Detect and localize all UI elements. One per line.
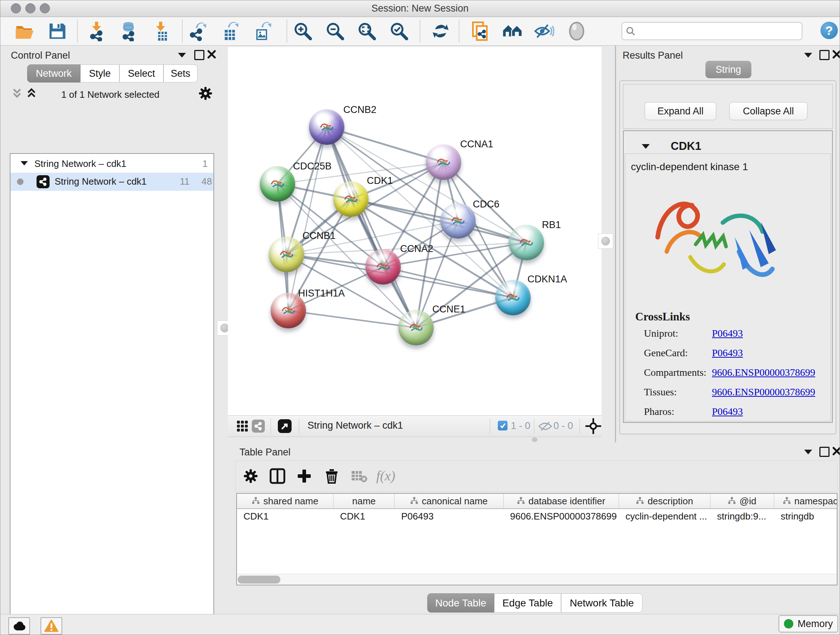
selected-count-checkbox[interactable]	[498, 421, 508, 431]
collapse-all-button[interactable]: Collapse All	[729, 102, 807, 120]
node-label-CCNB1: CCNB1	[302, 230, 336, 241]
table-hscrollbar[interactable]	[237, 574, 837, 585]
tab-edge-table[interactable]: Edge Table	[494, 593, 561, 613]
table-cell[interactable]: CDK1	[333, 509, 395, 524]
export-image-button[interactable]	[252, 21, 273, 42]
node-label-RB1: RB1	[542, 219, 561, 231]
table-cell[interactable]: P06493	[395, 509, 504, 524]
string-view-badge-icon[interactable]	[252, 420, 265, 432]
crosslink-link[interactable]: 9606.ENSP00000378699	[712, 386, 815, 398]
tab-network-table[interactable]: Network Table	[561, 593, 643, 613]
node-CDC25B[interactable]	[260, 166, 295, 202]
node-CDC6[interactable]	[440, 203, 476, 239]
zoom-selected-button[interactable]	[388, 21, 409, 42]
export-network-button[interactable]	[188, 21, 209, 42]
import-network-database-button[interactable]	[118, 21, 139, 42]
expand-all-networks-icon[interactable]	[11, 88, 22, 99]
network-canvas[interactable]: CCNB2CCNA1CDC25BCDK1CDC6RB1CCNB1CCNA2CDK…	[228, 47, 602, 415]
table-cell[interactable]: 9606.ENSP00000378699	[504, 509, 619, 524]
houses-icon	[502, 21, 523, 42]
expand-all-button[interactable]: Expand All	[645, 102, 716, 120]
zoom-out-button[interactable]	[325, 21, 346, 42]
column-header-shared-name[interactable]: shared name	[237, 494, 333, 508]
node-table[interactable]: shared namenamecanonical namedatabase id…	[236, 493, 837, 585]
table-cell[interactable]: stringdb:9...	[711, 509, 774, 524]
show-all-button[interactable]	[566, 21, 587, 42]
tab-network[interactable]: Network	[27, 65, 80, 82]
table-cell[interactable]: stringdb	[774, 509, 837, 524]
save-session-button[interactable]	[47, 21, 68, 42]
grid-view-icon[interactable]	[237, 420, 248, 432]
hide-selection-button[interactable]	[534, 21, 554, 42]
open-session-button[interactable]	[14, 21, 35, 42]
panel-close-icon[interactable]	[832, 447, 840, 456]
collection-disclosure-icon[interactable]	[21, 161, 28, 165]
node-CDKN1A[interactable]	[495, 280, 531, 315]
table-cell[interactable]: cyclin-dependent ...	[619, 509, 711, 524]
gene-disclosure-icon[interactable]	[642, 144, 650, 149]
crosslink-link[interactable]: 9606.ENSP00000378699	[712, 367, 815, 378]
panel-close-icon[interactable]	[207, 50, 216, 59]
column-header-description[interactable]: description	[619, 494, 711, 508]
show-columns-button[interactable]	[268, 467, 286, 485]
tab-node-table[interactable]: Node Table	[427, 593, 494, 613]
panel-float-icon[interactable]	[194, 50, 204, 60]
import-table-file-button[interactable]	[150, 21, 171, 42]
delete-column-button[interactable]	[323, 467, 341, 485]
node-CCNB1[interactable]	[269, 237, 304, 272]
panel-close-icon[interactable]	[832, 50, 840, 59]
node-CCNA2[interactable]	[365, 249, 401, 285]
first-neighbors-button[interactable]	[502, 21, 523, 42]
column-header--id[interactable]: @id	[711, 494, 774, 508]
node-CCNA1[interactable]	[426, 144, 461, 180]
fit-content-crosshair-icon[interactable]	[585, 418, 601, 434]
node-CCNE1[interactable]	[398, 310, 434, 345]
horizontal-splitter-handle[interactable]	[532, 437, 538, 442]
panel-menu-icon[interactable]	[804, 53, 812, 57]
panel-menu-icon[interactable]	[804, 450, 812, 454]
table-panel-title: Table Panel	[240, 447, 291, 458]
crosslink-link[interactable]: P06493	[712, 328, 743, 339]
import-network-file-button[interactable]	[86, 21, 107, 42]
network-row-selected[interactable]: String Network – cdk1 11 48	[11, 173, 213, 191]
create-network-from-selection-button[interactable]	[471, 21, 492, 42]
node-CCNB2[interactable]	[309, 109, 344, 145]
crosslink-link[interactable]: P06493	[712, 347, 743, 359]
export-table-button[interactable]	[220, 21, 241, 42]
apply-layout-button[interactable]	[430, 21, 451, 42]
panel-menu-icon[interactable]	[178, 53, 186, 57]
zoom-in-button[interactable]	[292, 21, 313, 42]
node-RB1[interactable]	[508, 225, 544, 260]
help-button[interactable]: ?	[821, 22, 838, 39]
network-options-gear-icon[interactable]	[198, 86, 213, 101]
memory-button[interactable]: Memory	[778, 615, 838, 632]
cloud-status-button[interactable]	[8, 617, 30, 635]
tab-style[interactable]: Style	[80, 65, 119, 82]
results-tab-string[interactable]: String	[706, 61, 752, 78]
crosslink-link[interactable]: P06493	[712, 406, 743, 417]
warnings-button[interactable]	[41, 617, 62, 635]
zoom-fit-button[interactable]	[356, 21, 377, 42]
collapse-all-networks-icon[interactable]	[26, 88, 37, 99]
tab-select[interactable]: Select	[119, 65, 164, 82]
column-header-canonical-name[interactable]: canonical name	[395, 494, 504, 508]
tab-sets[interactable]: Sets	[164, 65, 197, 82]
table-settings-button[interactable]	[242, 467, 260, 485]
node-CDK1[interactable]	[333, 181, 369, 217]
panel-float-icon[interactable]	[819, 447, 829, 457]
search-input[interactable]	[638, 24, 799, 37]
edge-CCNB2-CCNA1[interactable]	[327, 127, 444, 162]
node-label-CCNB2: CCNB2	[343, 104, 377, 116]
birdseye-view-icon[interactable]	[278, 419, 292, 433]
edge-HIST1H1A-CCNE1[interactable]	[288, 310, 416, 328]
column-header-name[interactable]: name	[333, 494, 395, 508]
edge-CDK1-RB1[interactable]	[351, 199, 526, 242]
panel-float-icon[interactable]	[819, 50, 829, 60]
column-header-namespace[interactable]: namespace	[774, 494, 837, 508]
scrollbar-thumb[interactable]	[238, 576, 280, 584]
network-collection-row[interactable]: String Network – cdk1 1	[11, 155, 213, 173]
table-row[interactable]: CDK1CDK1P064939606.ENSP00000378699cyclin…	[237, 509, 837, 524]
column-header-database-identifier[interactable]: database identifier	[504, 494, 619, 508]
table-cell[interactable]: CDK1	[237, 509, 333, 524]
add-column-button[interactable]	[295, 467, 313, 485]
